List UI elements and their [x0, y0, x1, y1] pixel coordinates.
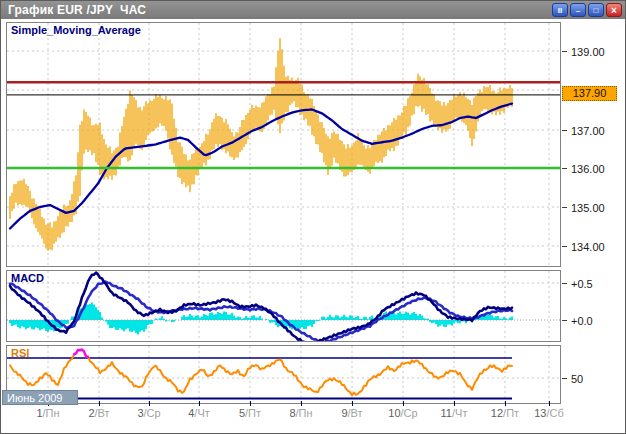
title-bar[interactable]: График EUR /JPY ЧАС II – □ ×	[1, 1, 625, 19]
rsi-scale-tick	[562, 378, 567, 379]
price-plot[interactable]	[7, 23, 560, 266]
time-axis-label: 5/Пт	[239, 407, 261, 419]
price-scale-tick	[562, 130, 567, 131]
time-axis-tick	[352, 401, 353, 406]
time-axis-tick	[505, 401, 506, 406]
maximize-icon: □	[594, 6, 599, 15]
rsi-label: RSI	[11, 347, 29, 359]
time-axis-label: 12/Пт	[491, 407, 519, 419]
time-axis-tick	[301, 401, 302, 406]
current-price-badge: 137.90	[562, 86, 617, 101]
macd-panel[interactable]: MACD	[6, 270, 561, 342]
minimize-button[interactable]: –	[570, 3, 586, 17]
window-title: График EUR /JPY ЧАС	[1, 3, 146, 17]
price-scale-tick	[562, 246, 567, 247]
price-scale: 139.00137.00136.00135.00134.00+0.5+0.050	[561, 19, 625, 419]
month-badge: Июнь 2009	[2, 390, 78, 405]
time-axis-tick	[199, 401, 200, 406]
price-scale-tick	[562, 168, 567, 169]
rsi-plot[interactable]	[7, 346, 560, 403]
time-axis-label: 2/Вт	[88, 407, 109, 419]
time-axis-tick	[454, 401, 455, 406]
time-axis: 1/Пн2/Вт3/Ср4/Чт5/Пт8/Пн9/Вт10/Ср11/Чт12…	[1, 400, 625, 424]
pause-button[interactable]: II	[552, 3, 568, 17]
rsi-panel[interactable]: RSI	[6, 345, 561, 404]
time-axis-tick	[403, 401, 404, 406]
time-axis-label: 9/Вт	[341, 407, 362, 419]
time-axis-label: 4/Чт	[188, 407, 210, 419]
macd-plot[interactable]	[7, 271, 560, 341]
macd-scale-tick	[562, 320, 567, 321]
maximize-button[interactable]: □	[588, 3, 604, 17]
time-axis-tick	[149, 401, 150, 406]
price-scale-tick	[562, 207, 567, 208]
time-axis-label: 13/Сб	[534, 407, 564, 419]
chart-window: График EUR /JPY ЧАС II – □ × Simple_Movi…	[0, 0, 626, 434]
macd-label: MACD	[11, 272, 44, 284]
time-axis-tick	[549, 401, 550, 406]
sma-label: Simple_Moving_Average	[11, 24, 141, 36]
time-axis-label: 3/Ср	[137, 407, 160, 419]
macd-scale-label: +0.0	[571, 315, 593, 327]
rsi-scale-label: 50	[571, 373, 583, 385]
minimize-icon: –	[576, 6, 580, 15]
price-scale-label: 137.00	[571, 125, 605, 137]
time-axis-label: 11/Чт	[441, 407, 468, 419]
time-axis-tick	[250, 401, 251, 406]
price-scale-label: 135.00	[571, 202, 605, 214]
price-scale-label: 134.00	[571, 241, 605, 253]
time-axis-label: 1/Пн	[36, 407, 59, 419]
macd-scale-label: +0.5	[571, 278, 593, 290]
window-controls: II – □ ×	[552, 3, 622, 17]
price-scale-label: 136.00	[571, 163, 605, 175]
price-scale-label: 139.00	[571, 46, 605, 58]
chart-content: Simple_Moving_Average MACD RSI 139.00137…	[1, 19, 625, 434]
pause-icon: II	[558, 6, 562, 15]
close-button[interactable]: ×	[606, 3, 622, 17]
price-scale-tick	[562, 51, 567, 52]
time-axis-tick	[99, 401, 100, 406]
time-axis-label: 10/Ср	[388, 407, 417, 419]
close-icon: ×	[611, 5, 617, 16]
macd-scale-tick	[562, 283, 567, 284]
price-panel[interactable]: Simple_Moving_Average	[6, 22, 561, 267]
time-axis-label: 8/Пн	[289, 407, 312, 419]
